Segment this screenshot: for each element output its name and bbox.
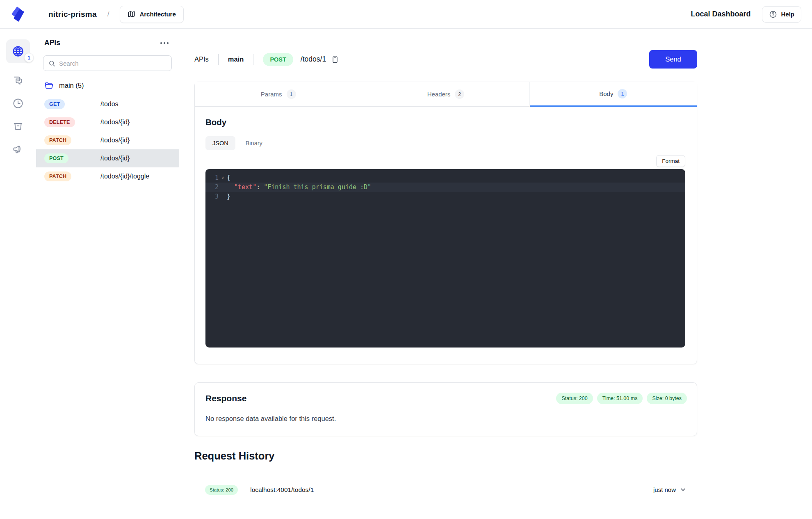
endpoint-row-delete-todo[interactable]: DELETE /todos/{id} xyxy=(36,113,179,131)
mode-binary-button[interactable]: Binary xyxy=(239,136,269,150)
breadcrumb-separator: / xyxy=(107,10,109,18)
code-token: { xyxy=(227,173,230,183)
method-badge: PATCH xyxy=(44,171,71,181)
globe-icon xyxy=(12,45,24,57)
clock-icon xyxy=(12,98,24,109)
tab-badge: 1 xyxy=(618,89,627,98)
rail-storage-item[interactable] xyxy=(12,121,24,132)
folder-icon xyxy=(44,81,54,90)
json-body-editor[interactable]: 1 ∨ { 2 "text" : "Finish this prisma gui… xyxy=(205,169,685,348)
rail-topics-item[interactable] xyxy=(12,144,24,155)
apis-sidebar: APIs main (5) xyxy=(36,29,179,519)
help-button[interactable]: Help xyxy=(762,6,801,23)
code-token-string: "Finish this prisma guide :D" xyxy=(264,183,371,192)
project-name: nitric-prisma xyxy=(48,10,97,19)
tab-label: Headers xyxy=(427,91,451,98)
icon-rail: 1 xyxy=(0,29,36,519)
line-number: 1 xyxy=(210,173,219,183)
sidebar-title: APIs xyxy=(44,39,60,47)
endpoint-row-patch-todo[interactable]: PATCH /todos/{id} xyxy=(36,131,179,149)
code-token-key: "text" xyxy=(234,183,256,192)
tab-label: Body xyxy=(599,90,613,97)
tab-params[interactable]: Params 1 xyxy=(195,82,362,107)
code-token: } xyxy=(227,192,230,201)
breadcrumb-api-name: main xyxy=(228,55,244,63)
fold-chevron-icon[interactable]: ∨ xyxy=(219,173,227,183)
status-badge: Status: 200 xyxy=(556,393,593,404)
folder-main[interactable]: main (5) xyxy=(36,81,179,90)
rail-schedules-item[interactable] xyxy=(12,98,24,109)
breadcrumb-divider xyxy=(253,54,253,65)
history-url: localhost:4001/todos/1 xyxy=(250,486,314,494)
request-bar: APIs main POST /todos/1 Send xyxy=(194,50,697,69)
chat-bubbles-icon xyxy=(12,75,24,86)
response-badges: Status: 200 Time: 51.00 ms Size: 0 bytes xyxy=(556,393,687,404)
tab-label: Params xyxy=(261,91,282,98)
endpoint-path: /todos/{id} xyxy=(100,155,130,162)
request-path: /todos/1 xyxy=(301,55,326,64)
format-button[interactable]: Format xyxy=(656,155,685,167)
endpoint-path: /todos/{id} xyxy=(100,119,130,126)
response-card: Response Status: 200 Time: 51.00 ms Size… xyxy=(194,382,697,436)
endpoint-path: /todos xyxy=(100,101,119,108)
apis-count-badge: 1 xyxy=(24,53,34,62)
endpoint-path: /todos/{id} xyxy=(100,137,130,144)
tab-badge: 1 xyxy=(287,89,296,99)
method-badge: DELETE xyxy=(44,117,75,127)
breadcrumb-apis[interactable]: APIs xyxy=(194,55,209,63)
response-empty-message: No response data available for this requ… xyxy=(205,415,687,423)
request-card: Params 1 Headers 2 Body 1 Body JSON Bina… xyxy=(194,82,697,364)
method-badge: PATCH xyxy=(44,135,71,145)
history-time: just now xyxy=(653,486,676,493)
nitric-logo[interactable] xyxy=(0,6,36,23)
send-button[interactable]: Send xyxy=(649,50,697,69)
mode-json-button[interactable]: JSON xyxy=(205,136,235,150)
dashboard-title: Local Dashboard xyxy=(691,10,750,18)
history-status-badge: Status: 200 xyxy=(205,485,238,495)
tab-badge: 2 xyxy=(455,89,464,99)
editor-line-active: 2 "text" : "Finish this prisma guide :D" xyxy=(205,183,685,192)
size-badge: Size: 0 bytes xyxy=(647,393,687,404)
breadcrumb-divider xyxy=(218,54,219,65)
method-badge: GET xyxy=(44,99,65,109)
line-number: 3 xyxy=(210,192,219,201)
code-token: : xyxy=(256,183,264,192)
editor-line: 1 ∨ { xyxy=(205,173,685,183)
request-tabs: Params 1 Headers 2 Body 1 xyxy=(195,82,697,107)
body-panel: Body JSON Binary Format 1 ∨ { 2 xyxy=(195,107,697,364)
history-row[interactable]: Status: 200 localhost:4001/todos/1 just … xyxy=(194,478,697,502)
architecture-label: Architecture xyxy=(139,11,176,18)
architecture-button[interactable]: Architecture xyxy=(120,6,183,23)
endpoint-row-post-todo[interactable]: POST /todos/{id} xyxy=(36,149,179,167)
copy-path-button[interactable] xyxy=(331,55,339,64)
editor-line: 3 } xyxy=(205,192,685,201)
search-input[interactable] xyxy=(59,60,167,67)
ellipsis-icon xyxy=(160,41,169,45)
search-icon xyxy=(48,60,55,67)
main-content: APIs main POST /todos/1 Send Params 1 He… xyxy=(179,29,812,519)
nitric-logo-icon xyxy=(10,6,26,23)
endpoint-row-patch-toggle[interactable]: PATCH /todos/{id}/toggle xyxy=(36,167,179,185)
topbar-right: Local Dashboard Help xyxy=(691,6,812,23)
rail-websockets-item[interactable] xyxy=(12,75,24,86)
endpoint-row-get-todos[interactable]: GET /todos xyxy=(36,95,179,113)
history-heading: Request History xyxy=(194,450,812,462)
sidebar-menu-button[interactable] xyxy=(158,40,171,46)
topbar: nitric-prisma / Architecture Local Dashb… xyxy=(0,0,812,29)
search-box xyxy=(43,55,172,71)
megaphone-icon xyxy=(12,144,24,155)
tab-body[interactable]: Body 1 xyxy=(530,82,697,107)
help-label: Help xyxy=(781,11,794,18)
rail-apis-item[interactable]: 1 xyxy=(6,39,30,63)
time-badge: Time: 51.00 ms xyxy=(597,393,643,404)
tab-headers[interactable]: Headers 2 xyxy=(362,82,529,107)
storage-box-icon xyxy=(12,121,24,132)
method-badge: POST xyxy=(44,153,68,163)
chevron-down-icon[interactable] xyxy=(680,486,687,493)
endpoint-list: GET /todos DELETE /todos/{id} PATCH /tod… xyxy=(36,95,179,185)
folder-label: main (5) xyxy=(59,82,84,89)
response-heading: Response xyxy=(205,393,246,403)
request-method-pill: POST xyxy=(263,53,293,66)
map-icon xyxy=(128,10,135,18)
body-mode-toggle: JSON Binary xyxy=(205,136,685,150)
